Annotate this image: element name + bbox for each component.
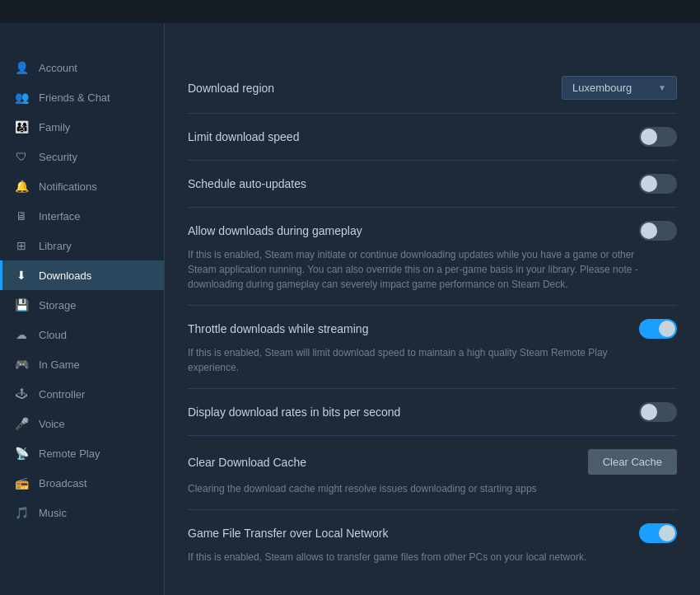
title-bar	[0, 0, 700, 23]
setting-label-display-download-rates: Display download rates in bits per secon…	[188, 405, 400, 419]
setting-main-display-download-rates: Display download rates in bits per secon…	[188, 402, 677, 422]
sidebar-item-broadcast[interactable]: 📻Broadcast	[0, 468, 164, 498]
toggle-display-download-rates[interactable]	[639, 402, 677, 422]
toggle-thumb-game-file-transfer	[659, 525, 675, 541]
toggle-game-file-transfer[interactable]	[639, 523, 677, 543]
main-layout: 👤Account👥Friends & Chat👨‍👩‍👧Family🛡Secur…	[0, 23, 700, 595]
setting-main-schedule-auto-updates: Schedule auto-updates	[188, 174, 677, 194]
remote-play-icon: 📡	[14, 446, 29, 461]
close-button[interactable]	[680, 5, 693, 18]
downloads-icon: ⬇	[14, 268, 29, 283]
setting-label-clear-download-cache: Clear Download Cache	[188, 456, 306, 469]
toggle-thumb-allow-downloads-during-gameplay	[641, 223, 657, 239]
dropdown-value-download-region: Luxembourg	[572, 82, 632, 94]
sidebar-item-label-library: Library	[39, 240, 72, 252]
toggle-thumb-display-download-rates	[641, 404, 657, 420]
setting-main-throttle-downloads-while-streaming: Throttle downloads while streaming	[188, 319, 677, 339]
sidebar-item-label-family: Family	[39, 121, 70, 134]
interface-icon: 🖥	[14, 208, 29, 223]
sidebar-items-container: 👤Account👥Friends & Chat👨‍👩‍👧Family🛡Secur…	[0, 53, 164, 527]
security-icon: 🛡	[14, 149, 29, 164]
sidebar-item-label-account: Account	[39, 62, 77, 74]
setting-main-game-file-transfer: Game File Transfer over Local Network	[188, 523, 677, 543]
setting-row-limit-download-speed: Limit download speed	[188, 114, 677, 161]
controller-icon: 🕹	[14, 387, 29, 401]
sidebar-item-cloud[interactable]: ☁Cloud	[0, 320, 164, 349]
setting-row-allow-downloads-during-gameplay: Allow downloads during gameplayIf this i…	[188, 208, 677, 306]
setting-description-throttle-downloads-while-streaming: If this is enabled, Steam will limit dow…	[188, 345, 649, 375]
sidebar-item-notifications[interactable]: 🔔Notifications	[0, 171, 164, 201]
toggle-schedule-auto-updates[interactable]	[639, 174, 677, 194]
sidebar-item-security[interactable]: 🛡Security	[0, 142, 164, 171]
sidebar-item-friends-chat[interactable]: 👥Friends & Chat	[0, 82, 164, 112]
voice-icon: 🎤	[14, 416, 29, 431]
toggle-throttle-downloads-while-streaming[interactable]	[639, 319, 677, 339]
sidebar-item-controller[interactable]: 🕹Controller	[0, 379, 164, 409]
setting-description-clear-download-cache: Clearing the download cache might resolv…	[188, 481, 649, 496]
sidebar: 👤Account👥Friends & Chat👨‍👩‍👧Family🛡Secur…	[0, 23, 165, 595]
setting-row-schedule-auto-updates: Schedule auto-updates	[188, 161, 677, 208]
setting-row-display-download-rates: Display download rates in bits per secon…	[188, 389, 677, 436]
clear-cache-button[interactable]: Clear Cache	[588, 449, 677, 475]
sidebar-title	[0, 31, 164, 53]
storage-icon: 💾	[14, 298, 29, 312]
setting-description-allow-downloads-during-gameplay: If this is enabled, Steam may initiate o…	[188, 247, 649, 292]
sidebar-item-label-security: Security	[39, 151, 77, 163]
setting-label-download-region: Download region	[188, 82, 274, 95]
sidebar-item-label-interface: Interface	[39, 210, 81, 223]
setting-main-limit-download-speed: Limit download speed	[188, 127, 677, 147]
account-icon: 👤	[14, 60, 29, 75]
setting-row-throttle-downloads-while-streaming: Throttle downloads while streamingIf thi…	[188, 306, 677, 389]
toggle-thumb-schedule-auto-updates	[641, 176, 657, 192]
maximize-button[interactable]	[657, 5, 670, 18]
sidebar-item-label-music: Music	[39, 507, 67, 519]
friends-chat-icon: 👥	[14, 90, 29, 105]
settings-container: Download regionLuxembourg▼Limit download…	[188, 63, 677, 578]
sidebar-item-library[interactable]: ⊞Library	[0, 231, 164, 260]
sidebar-item-family[interactable]: 👨‍👩‍👧Family	[0, 112, 164, 142]
minimize-button[interactable]	[634, 5, 647, 18]
sidebar-item-music[interactable]: 🎵Music	[0, 498, 164, 527]
in-game-icon: 🎮	[14, 357, 29, 372]
music-icon: 🎵	[14, 505, 29, 520]
sidebar-item-account[interactable]: 👤Account	[0, 53, 164, 82]
dropdown-download-region[interactable]: Luxembourg▼	[562, 76, 677, 100]
toggle-limit-download-speed[interactable]	[639, 127, 677, 147]
toggle-thumb-limit-download-speed	[641, 129, 657, 145]
sidebar-item-label-in-game: In Game	[39, 358, 80, 371]
sidebar-item-label-remote-play: Remote Play	[39, 447, 100, 460]
sidebar-item-label-voice: Voice	[39, 418, 65, 430]
setting-row-game-file-transfer: Game File Transfer over Local NetworkIf …	[188, 510, 677, 578]
sidebar-item-label-storage: Storage	[39, 299, 77, 312]
chevron-down-icon: ▼	[658, 83, 666, 92]
setting-label-allow-downloads-during-gameplay: Allow downloads during gameplay	[188, 224, 362, 237]
sidebar-item-storage[interactable]: 💾Storage	[0, 290, 164, 320]
setting-row-download-region: Download regionLuxembourg▼	[188, 63, 677, 114]
setting-description-game-file-transfer: If this is enabled, Steam allows to tran…	[188, 550, 649, 565]
sidebar-item-label-notifications: Notifications	[39, 180, 97, 193]
setting-main-allow-downloads-during-gameplay: Allow downloads during gameplay	[188, 221, 677, 241]
setting-row-clear-download-cache: Clear Download CacheClear CacheClearing …	[188, 436, 677, 510]
library-icon: ⊞	[14, 238, 29, 253]
toggle-allow-downloads-during-gameplay[interactable]	[639, 221, 677, 241]
sidebar-item-voice[interactable]: 🎤Voice	[0, 409, 164, 438]
content-area: Download regionLuxembourg▼Limit download…	[165, 23, 700, 595]
family-icon: 👨‍👩‍👧	[14, 119, 29, 134]
sidebar-item-downloads[interactable]: ⬇Downloads	[0, 260, 164, 290]
setting-label-throttle-downloads-while-streaming: Throttle downloads while streaming	[188, 322, 368, 335]
toggle-thumb-throttle-downloads-while-streaming	[659, 321, 675, 337]
setting-main-clear-download-cache: Clear Download CacheClear Cache	[188, 449, 677, 475]
setting-label-limit-download-speed: Limit download speed	[188, 130, 299, 143]
sidebar-item-remote-play[interactable]: 📡Remote Play	[0, 438, 164, 468]
sidebar-item-label-friends-chat: Friends & Chat	[39, 91, 110, 104]
setting-label-game-file-transfer: Game File Transfer over Local Network	[188, 527, 389, 540]
notifications-icon: 🔔	[14, 179, 29, 194]
broadcast-icon: 📻	[14, 476, 29, 490]
sidebar-item-interface[interactable]: 🖥Interface	[0, 201, 164, 231]
sidebar-item-label-broadcast: Broadcast	[39, 477, 87, 490]
cloud-icon: ☁	[14, 327, 29, 342]
sidebar-item-in-game[interactable]: 🎮In Game	[0, 349, 164, 379]
sidebar-item-label-controller: Controller	[39, 388, 85, 401]
sidebar-item-label-cloud: Cloud	[39, 329, 67, 341]
sidebar-item-label-downloads: Downloads	[39, 269, 91, 282]
